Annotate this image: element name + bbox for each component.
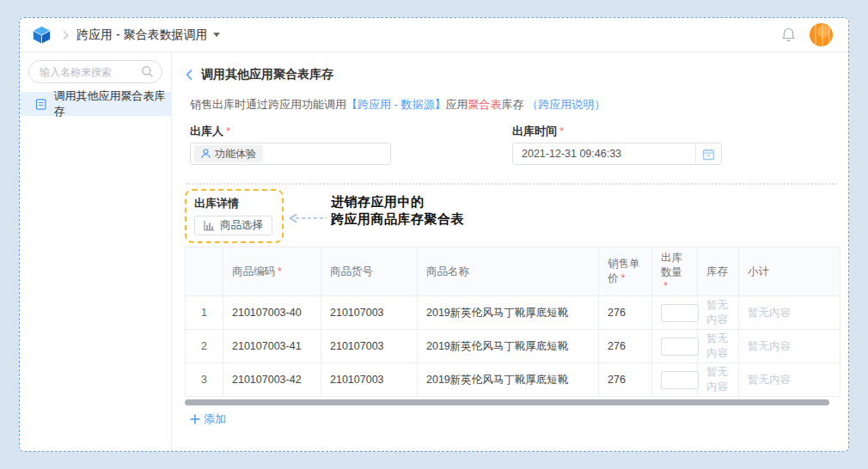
sidebar-item-label: 调用其他应用聚合表库存 <box>53 88 171 119</box>
app-datasource-link[interactable]: 【跨应用 - 数据源】 <box>346 98 446 111</box>
aggregate-table-highlight: 聚合表 <box>468 98 502 111</box>
member-tag-label: 功能体验 <box>215 147 256 161</box>
issuer-label: 出库人 <box>190 125 223 137</box>
breadcrumb[interactable]: 跨应用 - 聚合表数据调用 <box>76 27 207 43</box>
time-label: 出库时间 <box>512 125 557 137</box>
sidebar-search <box>28 60 162 83</box>
table-horizontal-scrollbar <box>185 399 840 405</box>
search-icon <box>141 65 154 78</box>
member-tag: 功能体验 <box>194 145 263 162</box>
annotation-text: 进销存应用中的 跨应用商品库存聚合表 <box>331 193 464 228</box>
breadcrumb-caret-icon[interactable] <box>213 33 220 37</box>
col-subtotal: 小计 <box>739 247 840 296</box>
detail-table: 商品编码* 商品货号 商品名称 销售单价* 出库数量* 库存 小计 1 2101… <box>185 247 840 397</box>
bar-chart-icon <box>204 220 215 231</box>
scrollbar-thumb[interactable] <box>185 399 829 405</box>
required-mark: * <box>278 265 282 277</box>
section-divider <box>186 183 837 185</box>
col-code: 商品编码* <box>223 247 321 296</box>
table-row: 3 210107003-42 210107003 2019新英伦风马丁靴厚底短靴… <box>186 363 840 397</box>
time-field: 出库时间* <box>512 124 722 165</box>
qty-input[interactable] <box>661 338 699 356</box>
form-document-icon <box>35 98 46 111</box>
person-icon <box>201 149 211 159</box>
qty-input[interactable] <box>661 371 699 389</box>
main-content: 调用其他应用聚合表库存 销售出库时通过跨应用功能调用【跨应用 - 数据源】应用聚… <box>172 52 848 451</box>
annotation-arrow-icon <box>287 213 327 223</box>
topbar: 跨应用 - 聚合表数据调用 <box>20 18 848 52</box>
cross-app-help-link[interactable]: （跨应用说明） <box>527 98 605 111</box>
product-select-label: 商品选择 <box>220 218 263 233</box>
issuer-input[interactable]: 功能体验 <box>190 143 391 165</box>
notifications-bell-icon[interactable] <box>781 27 796 43</box>
calendar-icon <box>702 148 715 161</box>
col-stock: 库存 <box>698 247 739 296</box>
description-text: 销售出库时通过跨应用功能调用 <box>190 98 346 111</box>
required-mark: * <box>226 125 230 137</box>
qty-input[interactable] <box>661 304 699 322</box>
col-rownum <box>186 247 223 296</box>
table-row: 2 210107003-41 210107003 2019新英伦风马丁靴厚底短靴… <box>186 330 840 363</box>
annotation-highlight-box: 出库详情 商品选择 <box>185 189 284 243</box>
description-text: 应用 <box>446 98 468 111</box>
table-row: 1 210107003-40 210107003 2019新英伦风马丁靴厚底短靴… <box>186 296 840 330</box>
details-section-label: 出库详情 <box>194 196 272 211</box>
required-mark: * <box>621 272 626 284</box>
page-title: 调用其他应用聚合表库存 <box>201 67 333 82</box>
app-window: 跨应用 - 聚合表数据调用 <box>19 17 849 452</box>
issuer-field: 出库人* 功能体验 <box>190 124 512 165</box>
time-input[interactable] <box>513 143 695 164</box>
back-chevron-icon[interactable] <box>185 69 193 81</box>
product-select-button[interactable]: 商品选择 <box>194 216 272 235</box>
calendar-button[interactable] <box>695 143 721 164</box>
sidebar: 调用其他应用聚合表库存 <box>20 52 172 451</box>
required-mark: * <box>663 280 668 292</box>
add-row-label: 添加 <box>204 411 226 427</box>
col-name: 商品名称 <box>418 247 599 296</box>
description: 销售出库时通过跨应用功能调用【跨应用 - 数据源】应用聚合表库存 （跨应用说明） <box>185 97 837 113</box>
plus-icon <box>190 414 200 424</box>
table-header-row: 商品编码* 商品货号 商品名称 销售单价* 出库数量* 库存 小计 <box>186 247 840 296</box>
description-text: 库存 <box>502 98 528 111</box>
user-avatar[interactable] <box>810 23 833 46</box>
app-logo-icon[interactable] <box>32 25 52 45</box>
col-qty: 出库数量* <box>652 247 698 296</box>
add-row-button[interactable]: 添加 <box>185 411 245 427</box>
required-mark: * <box>559 125 564 137</box>
col-price: 销售单价* <box>599 247 652 296</box>
sidebar-item-form[interactable]: 调用其他应用聚合表库存 <box>20 92 171 116</box>
col-itemno: 商品货号 <box>321 247 418 296</box>
breadcrumb-separator-icon <box>62 30 70 40</box>
